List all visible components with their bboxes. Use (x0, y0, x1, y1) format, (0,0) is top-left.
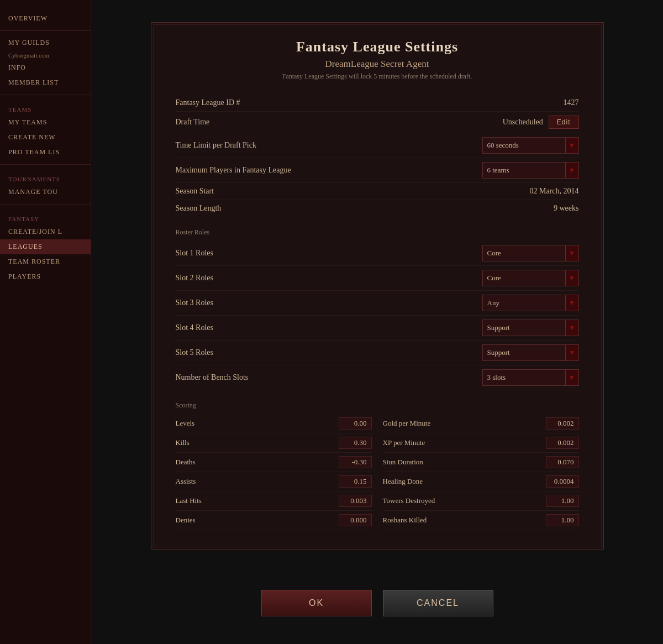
roster-slot-value-5: 3 slots (487, 373, 574, 382)
scoring-left-value-5[interactable]: 0.000 (339, 514, 372, 526)
time-limit-row: Time Limit per Draft Pick 60 seconds ▼ (176, 133, 579, 158)
scoring-left-value-3[interactable]: 0.15 (339, 475, 372, 488)
draft-time-label: Draft Time (176, 118, 210, 127)
max-players-dropdown[interactable]: 6 teams ▼ (482, 162, 579, 179)
scoring-left-value-1[interactable]: 0.30 (339, 437, 372, 449)
max-players-label: Maximum Players in Fantasy League (176, 166, 291, 175)
roster-slot-dropdown-2[interactable]: Any ▼ (482, 295, 579, 311)
scoring-left-row-3: Assists 0.15 (176, 472, 372, 491)
sidebar-divider-3 (0, 164, 91, 165)
roster-slot-label-3: Slot 4 Roles (176, 323, 213, 332)
scoring-left-label-0: Levels (176, 419, 195, 428)
roster-slot-dropdown-3[interactable]: Support ▼ (482, 320, 579, 336)
league-id-row: Fantasy League ID # 1427 (176, 95, 579, 112)
roster-section-header: Roster Roles (176, 228, 579, 237)
roster-slot-arrow-4: ▼ (565, 345, 578, 360)
scoring-left-row-1: Kills 0.30 (176, 433, 372, 453)
scoring-left-label-5: Denies (176, 516, 196, 525)
scoring-right-row-1: XP per Minute 0.002 (383, 433, 579, 453)
roster-slot-dropdown-1[interactable]: Core ▼ (482, 270, 579, 286)
scoring-right-label-1: XP per Minute (383, 438, 425, 447)
sidebar-item-my-teams[interactable]: MY TEAMS (0, 115, 91, 130)
scoring-right-label-5: Roshans Killed (383, 516, 427, 525)
scoring-right-value-5[interactable]: 1.00 (546, 514, 579, 526)
sidebar-item-member-list[interactable]: MEMBER LIST (0, 75, 91, 90)
sidebar-divider-2 (0, 95, 91, 95)
roster-slot-label-1: Slot 2 Roles (176, 274, 213, 282)
scoring-left-value-2[interactable]: -0.30 (339, 456, 372, 468)
scoring-grid: Levels 0.00 Kills 0.30 Deaths -0.30 Assi… (176, 414, 579, 530)
scoring-right-value-4[interactable]: 1.00 (546, 495, 579, 507)
scoring-left-value-4[interactable]: 0.003 (339, 495, 372, 507)
roster-section: Roster Roles Slot 1 Roles Core ▼ Slot 2 … (176, 228, 579, 390)
roster-slot-arrow-5: ▼ (565, 370, 578, 385)
scoring-right-value-0[interactable]: 0.002 (546, 417, 579, 430)
scoring-right-row-4: Towers Destroyed 1.00 (383, 491, 579, 511)
sidebar: OVERVIEW MY GUILDS Cyborgmatt.com INFO M… (0, 0, 91, 644)
scoring-left-value-0[interactable]: 0.00 (339, 417, 372, 430)
scoring-right-row-2: Stun Duration 0.070 (383, 453, 579, 472)
roster-slot-value-4: Support (487, 348, 574, 357)
roster-slot-label-4: Slot 5 Roles (176, 348, 213, 357)
sidebar-item-pro-team-list[interactable]: PRO TEAM LIS (0, 145, 91, 160)
time-limit-dropdown-arrow: ▼ (565, 138, 578, 153)
scoring-right: Gold per Minute 0.002 XP per Minute 0.00… (383, 414, 579, 530)
scoring-right-value-3[interactable]: 0.0004 (546, 475, 579, 488)
scoring-right-label-3: Healing Done (383, 477, 423, 486)
scoring-left-label-3: Assists (176, 477, 196, 486)
time-limit-dropdown[interactable]: 60 seconds ▼ (482, 137, 579, 154)
time-limit-dropdown-value: 60 seconds (487, 141, 574, 150)
basic-settings: Fantasy League ID # 1427 Draft Time Unsc… (176, 95, 579, 217)
sidebar-guild-name[interactable]: Cyborgmatt.com (0, 50, 91, 60)
roster-slot-row-4: Slot 5 Roles Support ▼ (176, 341, 579, 365)
sidebar-item-create-new[interactable]: CREATE NEW (0, 130, 91, 145)
roster-slot-value-1: Core (487, 274, 574, 282)
roster-slot-arrow-3: ▼ (565, 320, 578, 336)
league-id-value: 1427 (564, 98, 579, 107)
scoring-left-row-4: Last Hits 0.003 (176, 491, 372, 511)
roster-slot-row-3: Slot 4 Roles Support ▼ (176, 316, 579, 341)
sidebar-item-players[interactable]: PLAYERS (0, 269, 91, 284)
time-limit-label: Time Limit per Draft Pick (176, 141, 256, 150)
sidebar-item-team-roster[interactable]: TEAM ROSTER (0, 254, 91, 269)
sidebar-item-info[interactable]: INFO (0, 60, 91, 75)
draft-time-edit-button[interactable]: Edit (549, 116, 579, 129)
max-players-row: Maximum Players in Fantasy League 6 team… (176, 158, 579, 183)
settings-dialog: Fantasy League Settings DreamLeague Secr… (151, 22, 604, 549)
roster-slot-dropdown-5[interactable]: 3 slots ▼ (482, 369, 579, 386)
league-id-label: Fantasy League ID # (176, 98, 240, 107)
dialog-note: Fantasy League Settings will lock 5 minu… (176, 72, 579, 81)
scoring-left-row-0: Levels 0.00 (176, 414, 372, 433)
sidebar-teams-label: TEAMS (0, 100, 91, 115)
ok-button[interactable]: OK (261, 590, 372, 616)
roster-slot-label-5: Number of Bench Slots (176, 373, 249, 382)
roster-slot-arrow-2: ▼ (565, 295, 578, 311)
sidebar-item-overview[interactable]: OVERVIEW (0, 11, 91, 26)
sidebar-item-manage-tournaments[interactable]: MANAGE TOU (0, 185, 91, 200)
roster-slots: Slot 1 Roles Core ▼ Slot 2 Roles Core ▼ … (176, 241, 579, 390)
draft-time-row: Draft Time Unscheduled Edit (176, 112, 579, 133)
scoring-right-value-2[interactable]: 0.070 (546, 456, 579, 468)
roster-slot-dropdown-0[interactable]: Core ▼ (482, 245, 579, 261)
season-length-row: Season Length 9 weeks (176, 200, 579, 217)
scoring-left-label-4: Last Hits (176, 496, 202, 505)
scoring-right-value-1[interactable]: 0.002 (546, 437, 579, 449)
roster-slot-row-2: Slot 3 Roles Any ▼ (176, 291, 579, 316)
cancel-button[interactable]: CANCEL (383, 590, 493, 616)
scoring-right-row-0: Gold per Minute 0.002 (383, 414, 579, 433)
scoring-right-row-5: Roshans Killed 1.00 (383, 511, 579, 530)
scoring-left-row-2: Deaths -0.30 (176, 453, 372, 472)
sidebar-item-leagues[interactable]: LEAGUES (0, 239, 91, 254)
sidebar-divider-1 (0, 30, 91, 31)
max-players-dropdown-arrow: ▼ (565, 163, 578, 178)
dialog-subtitle: DreamLeague Secret Agent (176, 59, 579, 70)
scoring-section: Scoring Levels 0.00 Kills 0.30 Deaths -0… (176, 401, 579, 530)
roster-slot-value-2: Any (487, 299, 574, 307)
scoring-left: Levels 0.00 Kills 0.30 Deaths -0.30 Assi… (176, 414, 372, 530)
sidebar-item-my-guilds[interactable]: MY GUILDS (0, 35, 91, 50)
roster-slot-row-5: Number of Bench Slots 3 slots ▼ (176, 365, 579, 390)
sidebar-item-create-join[interactable]: CREATE/JOIN L (0, 224, 91, 239)
roster-slot-value-3: Support (487, 323, 574, 332)
button-row: OK CANCEL (91, 590, 663, 616)
roster-slot-dropdown-4[interactable]: Support ▼ (482, 344, 579, 361)
